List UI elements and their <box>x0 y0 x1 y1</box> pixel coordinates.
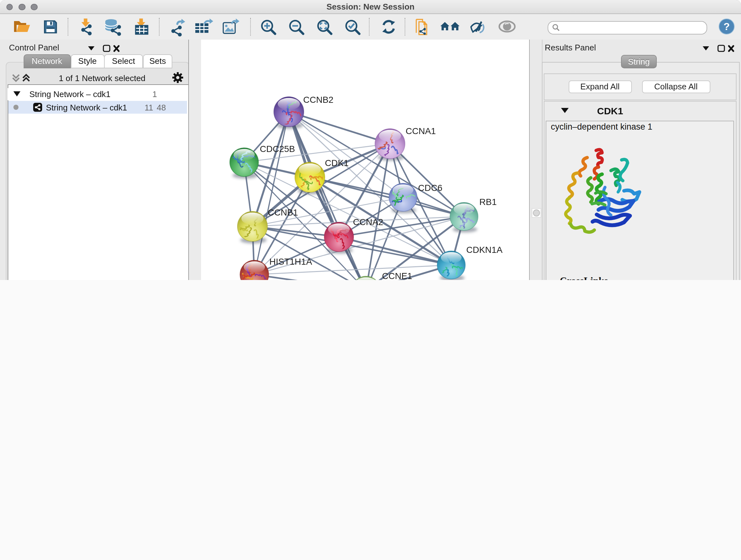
svg-text:CCNB1: CCNB1 <box>268 207 298 217</box>
svg-text:CCNA2: CCNA2 <box>353 217 383 227</box>
svg-text:CDKN1A: CDKN1A <box>466 245 502 255</box>
svg-text:CCNB2: CCNB2 <box>303 95 333 105</box>
svg-text:RB1: RB1 <box>479 197 496 207</box>
svg-text:CDC6: CDC6 <box>418 183 442 193</box>
svg-text:CCNE1: CCNE1 <box>382 271 412 280</box>
svg-text:CDK1: CDK1 <box>325 158 349 168</box>
svg-text:CCNA1: CCNA1 <box>406 126 436 136</box>
svg-text:?: ? <box>724 21 730 32</box>
svg-text:HIST1H1A: HIST1H1A <box>269 257 312 266</box>
svg-text:CDC25B: CDC25B <box>260 144 295 154</box>
